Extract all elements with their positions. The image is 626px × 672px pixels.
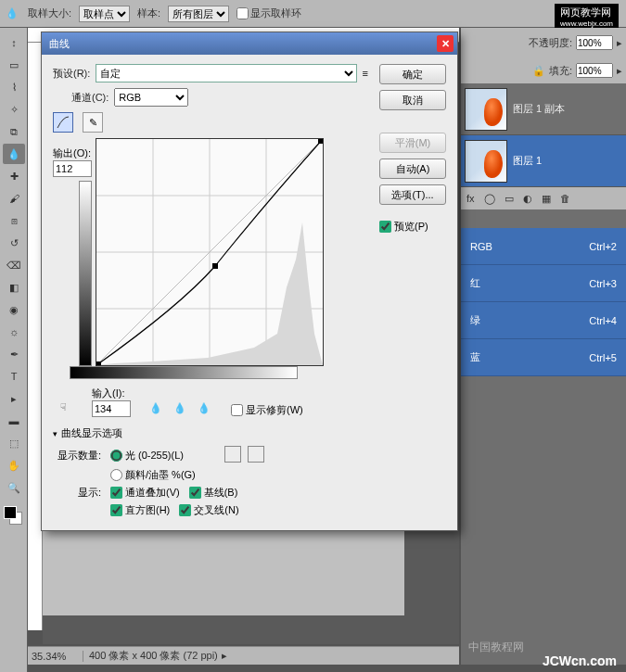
watermark-bottom: JCWcn.com [543,653,617,668]
fx-icon[interactable]: fx [466,193,475,204]
zoom-field[interactable]: 35.34% [28,651,83,662]
color-swatches[interactable] [0,506,27,534]
black-point-icon[interactable]: 💧 [149,402,164,417]
sample-size-label: 取样大小: [28,6,71,20]
lock-icon[interactable]: 🔒 [532,65,545,77]
overlay-label: 通道叠加(V) [125,486,180,500]
eyedropper-tool[interactable]: 💧 [3,144,25,164]
overlay-checkbox[interactable] [110,487,122,499]
layer-name[interactable]: 图层 1 副本 [513,102,565,116]
gray-point-icon[interactable]: 💧 [173,402,188,417]
layer-item[interactable]: 图层 1 [461,135,626,187]
preset-menu-icon[interactable]: ≡ [363,68,368,79]
trash-icon[interactable]: 🗑 [560,193,570,204]
channel-item[interactable]: 绿Ctrl+4 [461,302,626,339]
curve-graph[interactable] [96,138,324,366]
output-label: 输出(O): [53,146,91,160]
history-brush-tool[interactable]: ↺ [3,233,25,253]
channel-item[interactable]: 蓝Ctrl+5 [461,339,626,376]
smooth-button[interactable]: 平滑(M) [379,133,446,153]
stamp-tool[interactable]: ⧆ [3,210,25,231]
grid-large-icon[interactable] [248,446,264,463]
heal-tool[interactable]: ✚ [3,166,25,186]
channel-select[interactable]: RGB [114,88,188,107]
baseline-label: 基线(B) [204,486,238,500]
show-clip-checkbox[interactable] [231,404,243,416]
curve-options-disclosure[interactable]: 曲线显示选项 [53,426,368,440]
fill-label: 填充: [549,64,572,78]
options-bar: 💧 取样大小: 取样点 样本: 所有图层 显示取样环 [0,0,626,28]
show-clip-label: 显示修剪(W) [246,403,303,417]
brush-tool[interactable]: 🖌 [3,188,25,209]
3d-tool[interactable]: ⬚ [3,433,25,453]
auto-button[interactable]: 自动(A) [379,158,446,179]
lasso-tool[interactable]: ⌇ [3,77,25,97]
zoom-tool[interactable]: 🔍 [3,477,25,498]
histogram-checkbox[interactable] [110,504,122,516]
crop-tool[interactable]: ⧉ [3,121,25,142]
preview-checkbox[interactable] [379,221,391,233]
path-tool[interactable]: ▸ [3,388,25,409]
new-layer-icon[interactable]: ▦ [542,193,551,205]
options-button[interactable]: 选项(T)... [379,184,446,205]
fill-input[interactable] [576,63,613,78]
output-input[interactable] [53,160,92,177]
gradient-tool[interactable]: ◧ [3,277,25,298]
shape-tool[interactable]: ▬ [3,411,25,431]
foreground-swatch[interactable] [4,506,17,519]
white-point-icon[interactable]: 💧 [198,402,212,417]
curve-mode-icon[interactable] [53,112,73,133]
curves-dialog: 曲线 ✕ 预设(R): 自定 ≡ 通道(C): RGB ✎ 输出(O): [41,32,458,531]
layer-options: 不透明度:▸ 🔒填充:▸ [461,28,626,83]
dialog-titlebar[interactable]: 曲线 ✕ [42,32,457,55]
document-canvas[interactable] [43,523,404,615]
opacity-input[interactable] [576,35,613,50]
sample-label: 样本: [137,6,160,20]
sample-size-select[interactable]: 取样点 [79,6,130,22]
move-tool[interactable]: ↕ [3,32,25,53]
ok-button[interactable]: 确定 [379,64,446,84]
channel-label: 通道(C): [71,91,109,105]
adjust-icon[interactable]: ◐ [523,193,532,205]
layer-name[interactable]: 图层 1 [513,154,542,168]
doc-info: 400 像素 x 400 像素 (72 ppi) [83,649,218,663]
pencil-mode-icon[interactable]: ✎ [83,112,103,133]
intersection-checkbox[interactable] [179,504,191,516]
baseline-checkbox[interactable] [189,487,201,499]
opacity-label: 不透明度: [529,36,572,50]
input-input[interactable] [92,400,131,417]
hand-tool[interactable]: ✋ [3,455,25,475]
opacity-menu-icon[interactable]: ▸ [617,37,622,49]
show-ring-checkbox[interactable] [236,7,249,19]
ink-radio[interactable] [110,469,122,481]
toolbox: ↕ ▭ ⌇ ✧ ⧉ 💧 ✚ 🖌 ⧆ ↺ ⌫ ◧ ◉ ☼ ✒ T ▸ ▬ ⬚ ✋ … [0,28,28,672]
dodge-tool[interactable]: ☼ [3,322,25,342]
status-bar: 35.34% 400 像素 x 400 像素 (72 ppi) ▸ [28,646,459,665]
type-tool[interactable]: T [3,366,25,387]
grid-small-icon[interactable] [224,446,241,463]
cancel-button[interactable]: 取消 [379,90,446,110]
channel-item[interactable]: 红Ctrl+3 [461,265,626,302]
layer-thumb[interactable] [465,88,507,131]
mask-icon[interactable]: ◯ [484,193,495,205]
light-radio[interactable] [110,450,122,462]
panels: 不透明度:▸ 🔒填充:▸ 图层 1 副本 图层 1 fx ◯ ▭ ◐ ▦ 🗑 R… [461,28,626,665]
folder-icon[interactable]: ▭ [505,193,514,205]
target-adjust-icon[interactable]: ☟ [53,397,73,417]
layer-thumb[interactable] [465,140,507,183]
close-icon[interactable]: ✕ [437,35,454,52]
layer-item[interactable]: 图层 1 副本 [461,83,626,135]
wand-tool[interactable]: ✧ [3,99,25,120]
preset-select[interactable]: 自定 [96,64,356,82]
blur-tool[interactable]: ◉ [3,299,25,320]
svg-rect-10 [318,139,323,144]
doc-info-menu-icon[interactable]: ▸ [222,650,227,662]
input-label: 输入(I): [92,387,124,400]
channel-item[interactable]: RGBCtrl+2 [461,228,626,265]
eraser-tool[interactable]: ⌫ [3,255,25,275]
marquee-tool[interactable]: ▭ [3,55,25,75]
pen-tool[interactable]: ✒ [3,344,25,364]
show-label: 显示: [53,486,101,500]
fill-menu-icon[interactable]: ▸ [617,65,622,77]
sample-select[interactable]: 所有图层 [168,6,229,22]
